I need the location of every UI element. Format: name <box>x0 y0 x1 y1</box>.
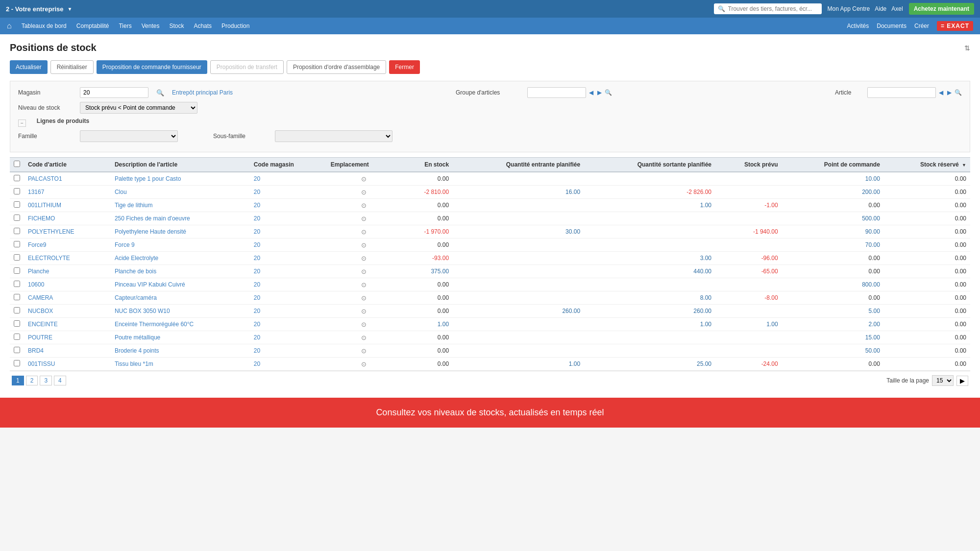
emplacement-icon-cell[interactable]: ⊙ <box>327 199 401 212</box>
nav-tableaux-de-bord[interactable]: Tableaux de bord <box>22 23 67 29</box>
emplacement-icon-cell[interactable]: ⊙ <box>327 212 401 225</box>
proposition-ordre-button[interactable]: Proposition d'ordre d'assemblage <box>287 60 386 74</box>
sort-icon[interactable]: ⇅ <box>964 44 970 52</box>
page-2-btn[interactable]: 2 <box>26 376 38 385</box>
table-cell-link[interactable]: PALCASTO1 <box>28 175 62 182</box>
table-cell-link[interactable]: 20 <box>254 294 260 301</box>
article-prev-btn[interactable]: ◀ <box>938 89 944 96</box>
table-cell-link[interactable]: 20 <box>254 189 260 195</box>
emplacement-icon-cell[interactable]: ⊙ <box>327 305 401 318</box>
mon-app-centre-link[interactable]: Mon App Centre <box>828 5 870 12</box>
table-cell-link[interactable]: Polyethylene Haute densité <box>115 228 186 235</box>
actualiser-button[interactable]: Actualiser <box>10 60 48 74</box>
magasin-input[interactable] <box>80 87 148 98</box>
table-cell-link[interactable]: 20 <box>254 321 260 328</box>
table-cell-link[interactable]: CAMERA <box>28 294 53 301</box>
home-icon[interactable]: ⌂ <box>7 22 12 30</box>
table-cell-link[interactable]: 20 <box>254 268 260 275</box>
proposition-transfert-button[interactable]: Proposition de transfert <box>210 60 284 74</box>
search-input[interactable] <box>728 5 818 12</box>
table-cell-link[interactable]: Enceinte Thermorégulée 60°C <box>115 321 194 328</box>
nav-production[interactable]: Production <box>221 23 249 29</box>
nav-ventes[interactable]: Ventes <box>142 23 160 29</box>
table-cell-link[interactable]: Tissu bleu *1m <box>115 360 153 367</box>
groupe-articles-input[interactable] <box>527 87 586 98</box>
table-cell-link[interactable]: BRD4 <box>28 347 44 354</box>
table-cell-link[interactable]: Planche de bois <box>115 268 156 275</box>
table-cell-link[interactable]: 10600 <box>28 281 44 288</box>
emplacement-icon-cell[interactable]: ⊙ <box>327 225 401 239</box>
emplacement-icon-cell[interactable]: ⊙ <box>327 291 401 305</box>
table-cell-link[interactable]: 20 <box>254 202 260 209</box>
groupe-next-btn[interactable]: ▶ <box>596 89 603 96</box>
row-checkbox[interactable] <box>14 215 20 221</box>
emplacement-icon-cell[interactable]: ⊙ <box>327 252 401 265</box>
table-cell-link[interactable]: 001LITHIUM <box>28 202 61 209</box>
table-cell-link[interactable]: Palette type 1 pour Casto <box>115 175 181 182</box>
table-cell-link[interactable]: 20 <box>254 334 260 341</box>
reinitialiser-button[interactable]: Réinitialiser <box>50 60 94 74</box>
table-cell-link[interactable]: Force 9 <box>115 241 135 248</box>
row-checkbox[interactable] <box>14 347 20 353</box>
page-4-btn[interactable]: 4 <box>54 376 66 385</box>
table-cell-link[interactable]: 20 <box>254 255 260 262</box>
emplacement-icon-cell[interactable]: ⊙ <box>327 358 401 371</box>
collapse-lignes-btn[interactable]: − <box>18 120 26 127</box>
global-search-box[interactable]: 🔍 <box>714 3 822 14</box>
table-cell-link[interactable]: FICHEMO <box>28 215 55 222</box>
table-cell-link[interactable]: 20 <box>254 281 260 288</box>
table-cell-link[interactable]: POLYETHYLENE <box>28 228 74 235</box>
table-cell-link[interactable]: Planche <box>28 268 49 275</box>
aide-link[interactable]: Aide <box>875 5 886 12</box>
proposition-commande-button[interactable]: Proposition de commande fournisseur <box>97 60 207 74</box>
activites-link[interactable]: Activités <box>847 23 869 29</box>
fermer-button[interactable]: Fermer <box>389 60 420 74</box>
table-cell-link[interactable]: Capteur/caméra <box>115 294 157 301</box>
row-checkbox[interactable] <box>14 175 20 181</box>
emplacement-icon-cell[interactable]: ⊙ <box>327 318 401 331</box>
table-cell-link[interactable]: Broderie 4 points <box>115 347 159 354</box>
row-checkbox[interactable] <box>14 294 20 300</box>
emplacement-icon-cell[interactable]: ⊙ <box>327 331 401 344</box>
emplacement-icon-cell[interactable]: ⊙ <box>327 265 401 278</box>
emplacement-icon-cell[interactable]: ⊙ <box>327 186 401 199</box>
documents-link[interactable]: Documents <box>877 23 906 29</box>
cta-button[interactable]: Achetez maintenant <box>909 3 974 15</box>
table-cell-link[interactable]: 20 <box>254 175 260 182</box>
table-cell-link[interactable]: 20 <box>254 347 260 354</box>
emplacement-icon-cell[interactable]: ⊙ <box>327 239 401 252</box>
row-checkbox[interactable] <box>14 320 20 327</box>
row-checkbox[interactable] <box>14 188 20 194</box>
row-checkbox[interactable] <box>14 228 20 234</box>
row-checkbox[interactable] <box>14 267 20 274</box>
table-cell-link[interactable]: 250 Fiches de main d'oeuvre <box>115 215 190 222</box>
table-cell-link[interactable]: Acide Electrolyte <box>115 255 158 262</box>
article-next-btn[interactable]: ▶ <box>946 89 953 96</box>
table-cell-link[interactable]: 20 <box>254 228 260 235</box>
table-cell-link[interactable]: 20 <box>254 308 260 314</box>
row-checkbox[interactable] <box>14 334 20 340</box>
company-selector[interactable]: 2 - Votre entreprise ▼ <box>6 5 72 13</box>
row-checkbox[interactable] <box>14 281 20 287</box>
article-input[interactable] <box>867 87 936 98</box>
emplacement-icon-cell[interactable]: ⊙ <box>327 278 401 291</box>
row-checkbox[interactable] <box>14 241 20 247</box>
nav-tiers[interactable]: Tiers <box>119 23 131 29</box>
famille-select[interactable] <box>80 130 178 142</box>
niveau-stock-select[interactable]: Stock prévu < Point de commande <box>80 102 197 114</box>
row-checkbox[interactable] <box>14 201 20 208</box>
table-cell-link[interactable]: 13167 <box>28 189 44 195</box>
table-cell-link[interactable]: 20 <box>254 241 260 248</box>
row-checkbox[interactable] <box>14 307 20 313</box>
table-cell-link[interactable]: ENCEINTE <box>28 321 58 328</box>
table-cell-link[interactable]: 001TISSU <box>28 360 55 367</box>
nav-comptabilite[interactable]: Comptabilité <box>76 23 109 29</box>
table-cell-link[interactable]: Force9 <box>28 241 46 248</box>
table-cell-link[interactable]: ELECTROLYTE <box>28 255 70 262</box>
page-size-select[interactable]: 15 25 50 <box>932 375 954 386</box>
page-3-btn[interactable]: 3 <box>40 376 52 385</box>
emplacement-icon-cell[interactable]: ⊙ <box>327 344 401 358</box>
emplacement-icon-cell[interactable]: ⊙ <box>327 172 401 186</box>
creer-link[interactable]: Créer <box>914 23 929 29</box>
nav-stock[interactable]: Stock <box>169 23 184 29</box>
